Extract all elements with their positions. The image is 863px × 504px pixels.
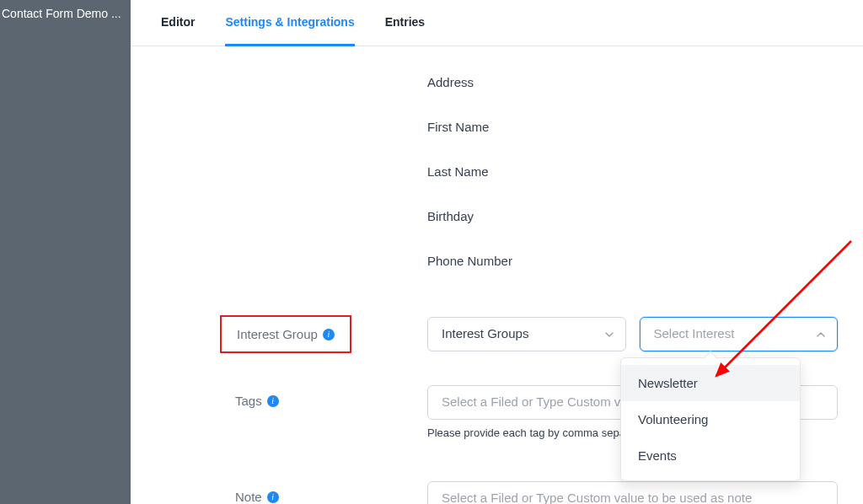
info-icon[interactable]: i: [267, 395, 279, 407]
header-tabs: Editor Settings & Integrations Entries: [131, 0, 863, 46]
note-input[interactable]: Select a Filed or Type Custom value to b…: [427, 481, 838, 504]
static-field-phone-number: Phone Number: [427, 239, 838, 283]
select-interest-dropdown[interactable]: Select Interest: [640, 317, 839, 351]
static-field-first-name: First Name: [427, 105, 838, 149]
sidebar: Contact Form Demo ...: [0, 0, 131, 504]
note-label: Note: [235, 490, 262, 504]
static-fields-list: Address First Name Last Name Birthday Ph…: [235, 60, 838, 283]
interest-group-row: Interest Group i Interest Groups Select …: [235, 317, 838, 351]
tab-editor[interactable]: Editor: [161, 0, 195, 46]
chevron-down-icon: [603, 329, 615, 340]
info-icon[interactable]: i: [323, 329, 335, 340]
select-interest-placeholder: Select Interest: [654, 326, 735, 340]
interest-groups-select[interactable]: Interest Groups: [427, 317, 626, 351]
tags-placeholder: Select a Filed or Type Custom value: [442, 394, 645, 409]
interest-dropdown-menu: Newsletter Volunteering Events: [620, 357, 801, 481]
interest-groups-select-value: Interest Groups: [442, 326, 528, 340]
note-row: Note i Select a Filed or Type Custom val…: [235, 481, 838, 504]
interest-group-highlight: Interest Group i: [220, 315, 351, 353]
note-placeholder: Select a Filed or Type Custom value to b…: [442, 491, 752, 504]
static-field-last-name: Last Name: [427, 149, 838, 194]
sidebar-title[interactable]: Contact Form Demo ...: [0, 0, 131, 27]
chevron-up-icon: [815, 329, 827, 340]
dropdown-item-newsletter[interactable]: Newsletter: [621, 365, 800, 401]
static-field-birthday: Birthday: [427, 194, 838, 239]
dropdown-item-volunteering[interactable]: Volunteering: [621, 401, 800, 437]
tab-settings-integrations[interactable]: Settings & Integrations: [225, 0, 354, 46]
static-field-address: Address: [427, 60, 838, 105]
interest-group-label: Interest Group: [237, 327, 318, 341]
dropdown-item-events[interactable]: Events: [621, 437, 800, 474]
info-icon[interactable]: i: [267, 491, 279, 503]
tab-entries[interactable]: Entries: [385, 0, 425, 46]
tags-label: Tags: [235, 394, 262, 408]
